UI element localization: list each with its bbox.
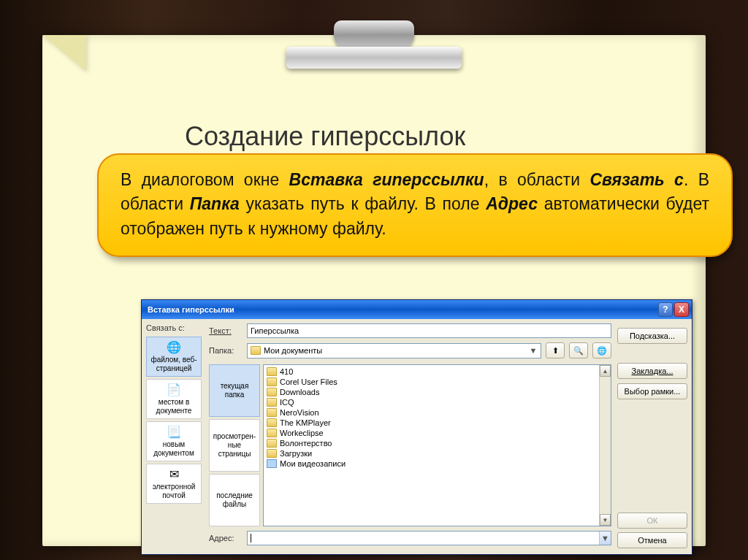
browse-file-button[interactable]: 🔍 (569, 342, 588, 358)
folder-icon (267, 449, 277, 458)
list-item[interactable]: 410 (265, 367, 609, 377)
link-with-label: Связать с: (146, 323, 203, 332)
close-button[interactable]: X (674, 302, 689, 317)
dialog-titlebar[interactable]: Вставка гиперссылки ? X (142, 300, 692, 319)
file-list[interactable]: 410 Corel User Files Downloads ICQ NeroV… (263, 364, 611, 526)
slide-title: Создание гиперссылок (185, 121, 465, 152)
help-button[interactable]: ? (658, 302, 673, 317)
mail-icon: ✉ (169, 468, 179, 481)
link-type-new-document[interactable]: 📃 новым документом (146, 421, 202, 461)
instruction-callout: В диалоговом окне Вставка гиперссылки, в… (97, 153, 733, 257)
browse-tab-current-folder[interactable]: текущая папка (209, 364, 260, 417)
browse-tabs: текущая папка просмотрен-ные страницы по… (209, 364, 260, 526)
slide-sticky-note: Создание гиперссылок В диалоговом окне В… (42, 35, 706, 546)
file-icon (267, 459, 277, 468)
magnifier-icon: 🔍 (573, 346, 584, 356)
bookmark-button[interactable]: Закладка... (617, 363, 687, 379)
link-type-place-in-document[interactable]: 📄 местом в документе (146, 379, 202, 419)
folder-icon (267, 398, 277, 407)
cancel-button[interactable]: Отмена (617, 532, 687, 548)
list-item[interactable]: Мои видеозаписи (265, 459, 609, 469)
chevron-down-icon: ▼ (527, 346, 539, 355)
folder-icon (267, 429, 277, 437)
scrollbar[interactable]: ▲ ▼ (599, 365, 611, 526)
list-item[interactable]: Downloads (265, 387, 609, 397)
link-type-file-webpage[interactable]: 🌐 файлом, веб-страницей (146, 337, 202, 377)
callout-em-4: Адрес (486, 194, 538, 213)
folder-label: Папка: (209, 346, 243, 355)
address-label: Адрес: (209, 534, 243, 542)
list-item[interactable]: Workeclipse (265, 428, 609, 438)
browse-tab-recent-files[interactable]: последние файлы (209, 474, 260, 526)
corner-fold (42, 35, 86, 72)
list-item[interactable]: Загрузки (265, 448, 609, 459)
text-label: Текст: (209, 326, 243, 335)
document-icon: 📄 (167, 383, 181, 396)
browse-tab-browsed-pages[interactable]: просмотрен-ные страницы (209, 419, 260, 472)
dialog-body: Связать с: 🌐 файлом, веб-страницей 📄 мес… (142, 319, 692, 554)
folder-icon (267, 418, 277, 427)
target-frame-button[interactable]: Выбор рамки... (617, 383, 687, 399)
insert-hyperlink-dialog: Вставка гиперссылки ? X Связать с: 🌐 фай… (141, 299, 692, 555)
folder-icon (267, 377, 277, 386)
link-type-email[interactable]: ✉ электронной почтой (146, 464, 202, 504)
callout-em-1: Вставка гиперссылки (289, 170, 484, 189)
scroll-up-button[interactable]: ▲ (600, 365, 611, 377)
list-item[interactable]: NeroVision (265, 407, 609, 418)
web-icon: 🌐 (597, 346, 607, 356)
list-item[interactable]: The KMPlayer (265, 418, 609, 428)
folder-icon (267, 388, 277, 396)
list-item[interactable]: Corel User Files (265, 377, 609, 387)
folder-icon (267, 367, 277, 376)
folder-dropdown[interactable]: Мои документы ▼ (247, 343, 541, 358)
scroll-down-button[interactable]: ▼ (600, 514, 611, 526)
up-arrow-icon: ⬆ (552, 346, 559, 356)
up-one-level-button[interactable]: ⬆ (546, 342, 565, 358)
display-text-input[interactable] (247, 323, 611, 338)
new-document-icon: 📃 (167, 426, 181, 439)
browse-area: текущая папка просмотрен-ные страницы по… (209, 364, 611, 526)
folder-icon (267, 439, 277, 448)
text-caret (251, 534, 251, 542)
globe-icon: 🌐 (167, 341, 181, 354)
link-type-column: Связать с: 🌐 файлом, веб-страницей 📄 мес… (146, 323, 203, 550)
ok-button[interactable]: ОК (617, 513, 687, 529)
right-button-column: Подсказка... Закладка... Выбор рамки... … (611, 323, 687, 550)
callout-text: В диалоговом окне (121, 170, 289, 189)
list-item[interactable]: ICQ (265, 397, 609, 407)
screentip-button[interactable]: Подсказка... (617, 328, 687, 344)
center-column: Текст: Папка: Мои документы ▼ ⬆ 🔍 🌐 (203, 323, 611, 550)
dialog-title: Вставка гиперссылки (148, 305, 234, 314)
callout-em-3: Папка (190, 194, 240, 213)
browse-web-button[interactable]: 🌐 (592, 342, 611, 358)
callout-em-2: Связать с (589, 170, 684, 189)
address-input[interactable]: ▼ (247, 531, 611, 545)
binder-clip (286, 20, 462, 80)
folder-icon (251, 346, 261, 355)
list-item[interactable]: Волонтерство (265, 438, 609, 448)
folder-value: Мои документы (264, 346, 322, 355)
folder-icon (267, 408, 277, 417)
chevron-down-icon[interactable]: ▼ (599, 532, 611, 545)
